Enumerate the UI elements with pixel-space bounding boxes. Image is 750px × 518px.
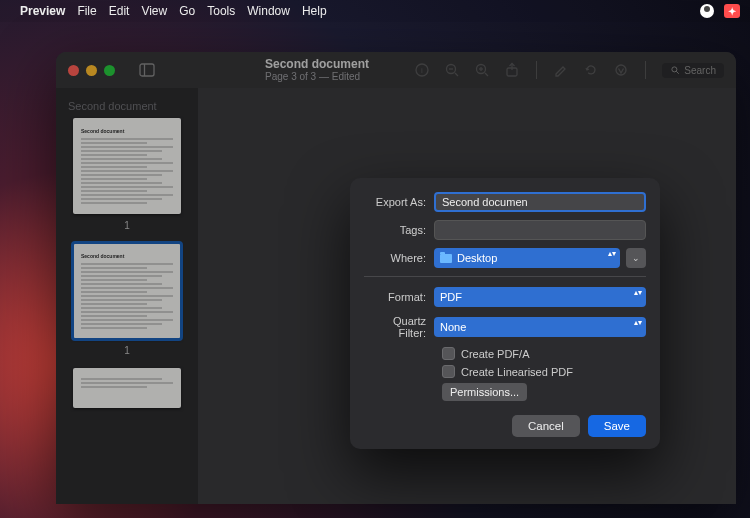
app-menu[interactable]: Preview [20,4,65,18]
save-button[interactable]: Save [588,415,646,437]
user-icon[interactable] [700,4,714,18]
quartz-filter-label: Quartz Filter: [364,315,434,339]
quartz-filter-value: None [440,321,466,333]
create-pdfa-label: Create PDF/A [461,348,529,360]
chevron-updown-icon: ▴▾ [634,289,642,297]
chevron-updown-icon: ▴▾ [634,319,642,327]
create-linearised-checkbox[interactable] [442,365,455,378]
where-label: Where: [364,252,434,264]
where-value: Desktop [457,252,497,264]
menu-go[interactable]: Go [179,4,195,18]
create-pdfa-checkbox[interactable] [442,347,455,360]
format-popup[interactable]: PDF ▴▾ [434,287,646,307]
export-dialog: Export As: Tags: Where: Desktop ▴▾ ⌄ For… [350,178,660,449]
menu-view[interactable]: View [141,4,167,18]
format-label: Format: [364,291,434,303]
export-as-field[interactable] [434,192,646,212]
permissions-button[interactable]: Permissions... [442,383,527,401]
menu-window[interactable]: Window [247,4,290,18]
chevron-down-icon: ⌄ [632,253,640,263]
export-as-label: Export As: [364,196,434,208]
notification-badge-icon[interactable]: ✦ [724,4,740,18]
tags-field[interactable] [434,220,646,240]
cancel-button[interactable]: Cancel [512,415,580,437]
expand-browser-button[interactable]: ⌄ [626,248,646,268]
where-popup[interactable]: Desktop ▴▾ [434,248,620,268]
menubar: Preview File Edit View Go Tools Window H… [0,0,750,22]
folder-icon [440,254,452,263]
tags-label: Tags: [364,224,434,236]
divider [364,276,646,277]
format-value: PDF [440,291,462,303]
menu-edit[interactable]: Edit [109,4,130,18]
chevron-updown-icon: ▴▾ [608,250,616,258]
menu-tools[interactable]: Tools [207,4,235,18]
menu-help[interactable]: Help [302,4,327,18]
quartz-filter-popup[interactable]: None ▴▾ [434,317,646,337]
menu-file[interactable]: File [77,4,96,18]
create-linearised-label: Create Linearised PDF [461,366,573,378]
